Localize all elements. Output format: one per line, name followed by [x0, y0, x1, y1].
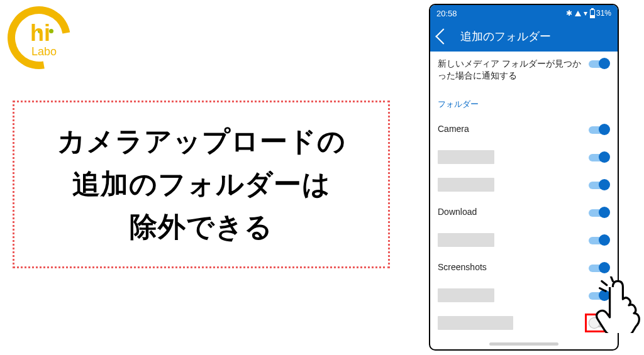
folder-row[interactable]: [430, 281, 618, 309]
folder-row[interactable]: [430, 309, 618, 337]
folder-label: [438, 316, 589, 330]
folder-label: [438, 150, 589, 164]
settings-list[interactable]: 新しいメディア フォルダーが見つかった場合に通知する フォルダー CameraD…: [430, 52, 618, 340]
folder-row[interactable]: Screenshots: [430, 254, 618, 281]
redacted-placeholder: [438, 178, 494, 192]
status-time: 20:58: [436, 9, 457, 18]
section-folders: フォルダー: [430, 88, 618, 116]
signal-icon: [575, 11, 581, 16]
chilabo-logo: hi Labo: [5, 5, 74, 74]
folder-toggle[interactable]: [589, 262, 610, 273]
folder-toggle[interactable]: [589, 234, 610, 246]
folder-label: Camera: [438, 123, 589, 135]
folder-row[interactable]: [430, 171, 618, 199]
redacted-placeholder: [438, 150, 494, 164]
folder-row[interactable]: [430, 143, 618, 171]
redacted-placeholder: [438, 233, 494, 247]
notify-row[interactable]: 新しいメディア フォルダーが見つかった場合に通知する: [430, 52, 618, 88]
caption-box: カメラアップロードの 追加のフォルダーは 除外できる: [13, 101, 390, 268]
nav-pill[interactable]: [489, 342, 558, 346]
folder-label: [438, 178, 589, 192]
bluetooth-icon: ✱: [566, 9, 572, 18]
caption-line-2: 追加のフォルダーは: [26, 163, 377, 205]
folder-toggle[interactable]: [589, 124, 610, 135]
folder-label: Download: [438, 206, 589, 218]
folder-toggle[interactable]: [589, 290, 610, 301]
caption-line-1: カメラアップロードの: [26, 120, 377, 163]
battery-percent: 31%: [596, 9, 611, 18]
back-icon[interactable]: [435, 28, 451, 44]
logo-hi: hi: [30, 20, 50, 46]
folder-toggle[interactable]: [589, 207, 610, 218]
folder-row[interactable]: Camera: [430, 116, 618, 143]
wifi-icon: ▾: [584, 9, 587, 18]
app-header: 追加のフォルダー: [430, 21, 618, 52]
folder-label: [438, 288, 589, 302]
notify-label: 新しいメディア フォルダーが見つかった場合に通知する: [438, 58, 589, 82]
phone-frame: 20:58 ✱ ▾ 31% 追加のフォルダー 新しいメディア フォルダーが見つか…: [429, 4, 619, 351]
folder-toggle[interactable]: [589, 151, 610, 163]
redacted-placeholder: [438, 316, 513, 330]
folder-row[interactable]: [430, 337, 618, 340]
folder-label: Screenshots: [438, 261, 589, 273]
battery-icon: 31%: [590, 8, 611, 18]
folder-row[interactable]: [430, 226, 618, 254]
redacted-placeholder: [438, 288, 494, 302]
folder-toggle[interactable]: [589, 179, 610, 190]
status-bar: 20:58 ✱ ▾ 31%: [430, 5, 618, 21]
caption-line-3: 除外できる: [26, 205, 377, 248]
folder-row[interactable]: Download: [430, 199, 618, 226]
logo-labo: Labo: [31, 45, 57, 58]
page-title: 追加のフォルダー: [460, 29, 551, 44]
folder-toggle[interactable]: [589, 317, 610, 329]
folder-label: [438, 233, 589, 247]
notify-toggle[interactable]: [589, 58, 610, 69]
status-icons: ✱ ▾ 31%: [566, 8, 611, 18]
